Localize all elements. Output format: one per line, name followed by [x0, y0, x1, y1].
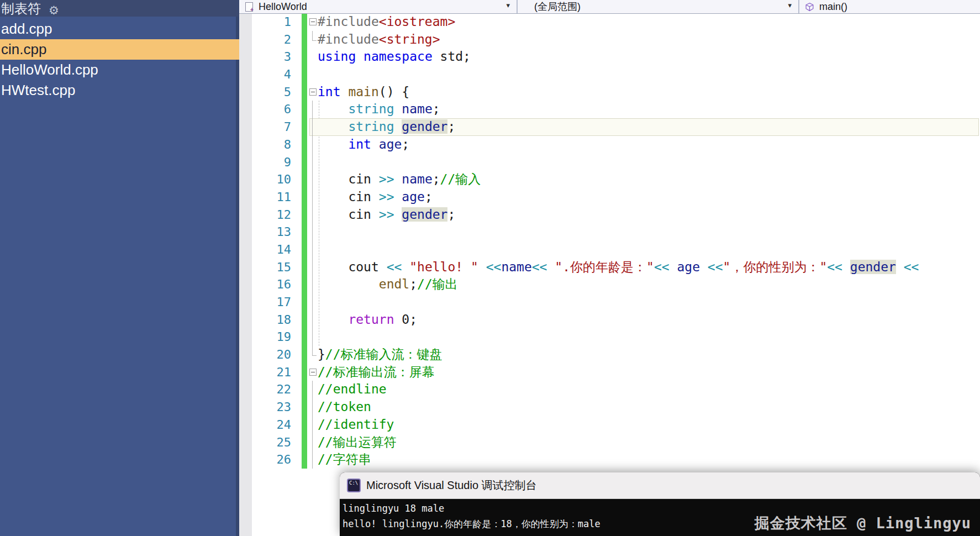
code-lines: 1#include<iostream>2#include<string>3usi… — [239, 13, 980, 469]
line-number: 12 — [239, 206, 291, 224]
fold-toggle-icon[interactable] — [309, 83, 317, 101]
code-line[interactable]: 5int main() { — [239, 83, 980, 101]
console-icon: C:\ — [347, 479, 361, 492]
line-number: 8 — [239, 136, 291, 154]
outline-guide — [309, 398, 317, 416]
code-text: cin >> gender; — [318, 206, 455, 224]
outline-guide — [309, 136, 317, 154]
code-text: cin >> age; — [318, 188, 433, 206]
line-number: 13 — [239, 223, 291, 241]
line-number: 22 — [239, 381, 291, 398]
sidebar-header: 制表符 ⚙ — [0, 0, 239, 17]
code-text: #include<string> — [318, 31, 440, 49]
code-line[interactable]: 26//字符串 — [239, 451, 980, 469]
chevron-down-icon[interactable]: ▾ — [788, 1, 792, 9]
line-number: 11 — [239, 188, 291, 206]
outline-guide — [309, 381, 317, 398]
sidebar-file-item[interactable]: cin.cpp — [0, 39, 239, 60]
console-title-bar[interactable]: C:\ Microsoft Visual Studio 调试控制台 — [340, 472, 980, 499]
code-text: #include<iostream> — [318, 13, 455, 31]
line-number: 16 — [239, 276, 291, 293]
member-dropdown[interactable]: main() — [799, 0, 980, 13]
line-number: 24 — [239, 416, 291, 434]
scope-dropdown-label: (全局范围) — [534, 0, 581, 13]
code-line[interactable]: 4 — [239, 66, 980, 83]
code-text: //identify — [318, 416, 394, 434]
console-title-label: Microsoft Visual Studio 调试控制台 — [366, 478, 537, 493]
code-line[interactable]: 8 int age; — [239, 136, 980, 154]
line-number: 26 — [239, 451, 291, 469]
code-text: int age; — [318, 136, 409, 154]
code-line[interactable]: 20}//标准输入流：键盘 — [239, 346, 980, 364]
outline-guide — [309, 171, 317, 188]
code-line[interactable]: 22//endline — [239, 381, 980, 398]
code-text: using namespace std; — [318, 48, 471, 66]
chevron-down-icon[interactable]: ▾ — [506, 1, 510, 9]
gear-icon[interactable]: ⚙ — [49, 4, 59, 17]
debug-console-window[interactable]: C:\ Microsoft Visual Studio 调试控制台 掘金技术社区… — [340, 472, 980, 536]
code-text: string name; — [318, 101, 440, 118]
outline-guide — [309, 259, 317, 276]
code-line[interactable]: 2#include<string> — [239, 31, 980, 49]
outline-guide — [309, 241, 317, 259]
code-line[interactable]: 14 — [239, 241, 980, 259]
outline-guide — [309, 416, 317, 434]
line-number: 1 — [239, 13, 291, 31]
code-line[interactable]: 1#include<iostream> — [239, 13, 980, 31]
code-text: //输出运算符 — [318, 434, 397, 451]
line-number: 23 — [239, 398, 291, 416]
sidebar-header-label: 制表符 — [0, 0, 41, 17]
sidebar-file-item[interactable]: add.cpp — [0, 19, 239, 39]
sidebar: 制表符 ⚙ add.cppcin.cppHelloWorld.cppHWtest… — [0, 0, 239, 536]
outline-guide — [309, 328, 317, 346]
code-line[interactable]: 18 return 0; — [239, 311, 980, 329]
line-number: 20 — [239, 346, 291, 364]
code-text: //字符串 — [318, 451, 371, 469]
method-cube-icon — [805, 2, 814, 12]
code-text: cin >> name;//输入 — [318, 171, 481, 188]
line-number: 5 — [239, 83, 291, 101]
code-line[interactable]: 15 cout << "hello! " <<name<< ".你的年龄是："<… — [239, 259, 980, 276]
code-line[interactable]: 16 endl;//输出 — [239, 276, 980, 293]
code-line[interactable]: 11 cin >> age; — [239, 188, 980, 206]
code-text: //token — [318, 398, 371, 416]
code-line[interactable]: 13 — [239, 223, 980, 241]
code-line[interactable]: 17 — [239, 293, 980, 311]
fold-toggle-icon[interactable] — [309, 13, 317, 31]
code-line[interactable]: 6 string name; — [239, 101, 980, 118]
line-number: 7 — [239, 118, 291, 136]
sidebar-file-list: add.cppcin.cppHelloWorld.cppHWtest.cpp — [0, 19, 239, 101]
line-number: 17 — [239, 293, 291, 311]
line-number: 21 — [239, 364, 291, 381]
code-line[interactable]: 9 — [239, 154, 980, 171]
editor-pane: + HelloWorld ▾ (全局范围) ▾ main() 1#include… — [239, 0, 980, 536]
outline-guide — [309, 154, 317, 171]
outline-guide — [309, 434, 317, 451]
code-line[interactable]: 21//标准输出流：屏幕 — [239, 364, 980, 381]
code-line[interactable]: 25//输出运算符 — [239, 434, 980, 451]
console-output[interactable]: 掘金技术社区 @ Linglingyu linglingyu 18 malehe… — [340, 499, 980, 536]
line-number: 19 — [239, 328, 291, 346]
code-line[interactable]: 24//identify — [239, 416, 980, 434]
code-line[interactable]: 19 — [239, 328, 980, 346]
code-text: return 0; — [318, 311, 417, 329]
code-editor[interactable]: 1#include<iostream>2#include<string>3usi… — [239, 13, 980, 536]
fold-toggle-icon[interactable] — [309, 364, 317, 381]
outline-guide — [309, 188, 317, 206]
outline-guide — [309, 311, 317, 329]
outline-guide — [309, 223, 317, 241]
code-line[interactable]: 7 string gender; — [239, 118, 980, 136]
line-number: 4 — [239, 66, 291, 83]
editor-navigation-bar: + HelloWorld ▾ (全局范围) ▾ main() — [239, 0, 980, 14]
sidebar-file-item[interactable]: HelloWorld.cpp — [0, 60, 239, 80]
code-line[interactable]: 10 cin >> name;//输入 — [239, 171, 980, 188]
sidebar-file-item[interactable]: HWtest.cpp — [0, 80, 239, 101]
code-line[interactable]: 12 cin >> gender; — [239, 206, 980, 224]
project-dropdown-label: HelloWorld — [259, 1, 307, 13]
project-dropdown[interactable]: + HelloWorld ▾ — [239, 0, 518, 13]
line-number: 25 — [239, 434, 291, 451]
code-line[interactable]: 3using namespace std; — [239, 48, 980, 66]
code-line[interactable]: 23//token — [239, 398, 980, 416]
scope-dropdown[interactable]: (全局范围) ▾ — [518, 0, 799, 13]
line-number: 18 — [239, 311, 291, 329]
